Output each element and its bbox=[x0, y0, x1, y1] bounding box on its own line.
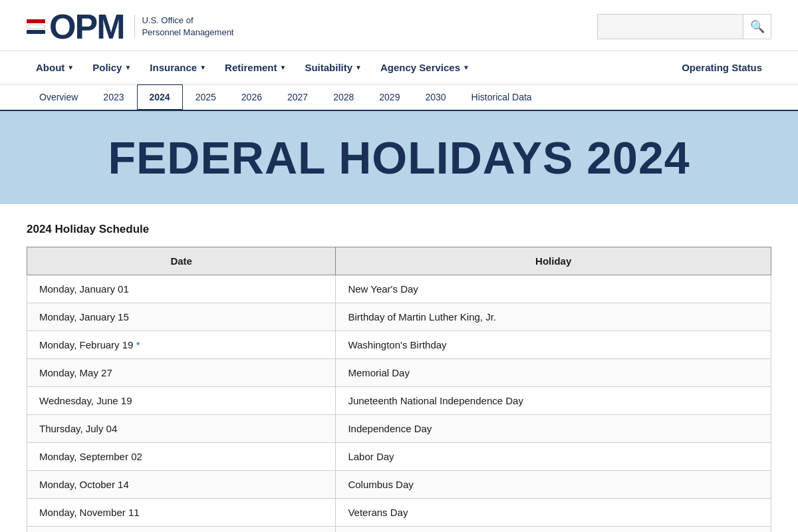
sub-nav-2026[interactable]: 2026 bbox=[229, 84, 275, 110]
table-cell-date: Monday, January 15 bbox=[27, 303, 336, 331]
schedule-title: 2024 Holiday Schedule bbox=[27, 223, 771, 236]
holiday-table: Date Holiday Monday, January 01New Year'… bbox=[27, 247, 771, 532]
logo-subtitle: U.S. Office of Personnel Management bbox=[134, 15, 233, 39]
table-cell-holiday: Labor Day bbox=[336, 443, 771, 471]
table-row: Thursday, November 28Thanksgiving Day bbox=[27, 527, 771, 533]
sub-nav-2030[interactable]: 2030 bbox=[412, 84, 458, 110]
sub-nav-overview[interactable]: Overview bbox=[27, 84, 90, 110]
site-header: OPM U.S. Office of Personnel Management … bbox=[0, 0, 798, 51]
nav-item-retirement[interactable]: Retirement ▼ bbox=[215, 51, 295, 84]
logo-line1: U.S. Office of bbox=[142, 15, 233, 27]
sub-nav-2029[interactable]: 2029 bbox=[366, 84, 412, 110]
primary-nav: About ▼ Policy ▼ Insurance ▼ Retirement … bbox=[0, 51, 798, 84]
search-icon: 🔍 bbox=[750, 19, 765, 34]
flag-blue-stripe bbox=[27, 30, 45, 34]
table-cell-date: Monday, October 14 bbox=[27, 471, 336, 499]
table-row: Thursday, July 04Independence Day bbox=[27, 415, 771, 443]
table-cell-holiday: Juneteenth National Independence Day bbox=[336, 387, 771, 415]
table-row: Monday, January 15Birthday of Martin Lut… bbox=[27, 303, 771, 331]
sub-nav-2024[interactable]: 2024 bbox=[137, 84, 183, 110]
table-header-date: Date bbox=[27, 247, 336, 275]
table-cell-date: Monday, September 02 bbox=[27, 443, 336, 471]
hero-title: FEDERAL HOLIDAYS 2024 bbox=[27, 135, 771, 180]
logo-flag bbox=[27, 19, 45, 34]
suitability-chevron-icon: ▼ bbox=[355, 64, 362, 71]
sub-nav-2027[interactable]: 2027 bbox=[275, 84, 321, 110]
asterisk-marker: * bbox=[133, 339, 140, 350]
policy-chevron-icon: ▼ bbox=[124, 64, 131, 71]
logo-area: OPM U.S. Office of Personnel Management bbox=[27, 9, 233, 44]
flag-red-stripe bbox=[27, 19, 45, 23]
logo-line2: Personnel Management bbox=[142, 27, 233, 39]
table-cell-date: Wednesday, June 19 bbox=[27, 387, 336, 415]
table-cell-holiday: Thanksgiving Day bbox=[336, 527, 771, 533]
table-cell-holiday: Veterans Day bbox=[336, 499, 771, 527]
sub-nav-2028[interactable]: 2028 bbox=[321, 84, 366, 110]
hero-banner: FEDERAL HOLIDAYS 2024 bbox=[0, 111, 798, 204]
table-cell-date: Thursday, November 28 bbox=[27, 527, 336, 533]
table-row: Monday, February 19 *Washington's Birthd… bbox=[27, 331, 771, 359]
table-row: Monday, September 02Labor Day bbox=[27, 443, 771, 471]
table-row: Monday, November 11Veterans Day bbox=[27, 499, 771, 527]
opm-logo: OPM bbox=[27, 9, 124, 44]
table-row: Monday, January 01New Year's Day bbox=[27, 275, 771, 303]
table-cell-date: Monday, November 11 bbox=[27, 499, 336, 527]
table-cell-holiday: Birthday of Martin Luther King, Jr. bbox=[336, 303, 771, 331]
search-button[interactable]: 🔍 bbox=[743, 14, 771, 39]
table-cell-date: Thursday, July 04 bbox=[27, 415, 336, 443]
table-cell-date: Monday, January 01 bbox=[27, 275, 336, 303]
sub-nav-2023[interactable]: 2023 bbox=[90, 84, 136, 110]
nav-item-operating-status[interactable]: Operating Status bbox=[672, 51, 771, 84]
nav-item-insurance[interactable]: Insurance ▼ bbox=[140, 51, 215, 84]
table-cell-holiday: Columbus Day bbox=[336, 471, 771, 499]
flag-white-stripe bbox=[27, 25, 45, 29]
about-chevron-icon: ▼ bbox=[67, 64, 74, 71]
table-header-holiday: Holiday bbox=[336, 247, 771, 275]
table-row: Monday, October 14Columbus Day bbox=[27, 471, 771, 499]
table-cell-holiday: New Year's Day bbox=[336, 275, 771, 303]
nav-item-about[interactable]: About ▼ bbox=[27, 51, 83, 84]
table-cell-holiday: Washington's Birthday bbox=[336, 331, 771, 359]
table-row: Wednesday, June 19Juneteenth National In… bbox=[27, 387, 771, 415]
table-cell-holiday: Independence Day bbox=[336, 415, 771, 443]
retirement-chevron-icon: ▼ bbox=[279, 64, 286, 71]
table-cell-date: Monday, May 27 bbox=[27, 359, 336, 387]
logo-opm-text: OPM bbox=[49, 9, 124, 44]
search-area: 🔍 bbox=[597, 14, 771, 39]
table-cell-date: Monday, February 19 * bbox=[27, 331, 336, 359]
insurance-chevron-icon: ▼ bbox=[200, 64, 206, 71]
sub-nav-2025[interactable]: 2025 bbox=[183, 84, 229, 110]
search-input[interactable] bbox=[597, 14, 743, 39]
nav-item-suitability[interactable]: Suitability ▼ bbox=[295, 51, 371, 84]
agency-services-chevron-icon: ▼ bbox=[463, 64, 469, 71]
nav-item-agency-services[interactable]: Agency Services ▼ bbox=[371, 51, 479, 84]
sub-nav: Overview 2023 2024 2025 2026 2027 2028 2… bbox=[0, 84, 798, 111]
table-cell-holiday: Memorial Day bbox=[336, 359, 771, 387]
nav-item-policy[interactable]: Policy ▼ bbox=[83, 51, 140, 84]
sub-nav-historical-data[interactable]: Historical Data bbox=[459, 84, 545, 110]
table-row: Monday, May 27Memorial Day bbox=[27, 359, 771, 387]
main-content: 2024 Holiday Schedule Date Holiday Monda… bbox=[0, 204, 798, 532]
